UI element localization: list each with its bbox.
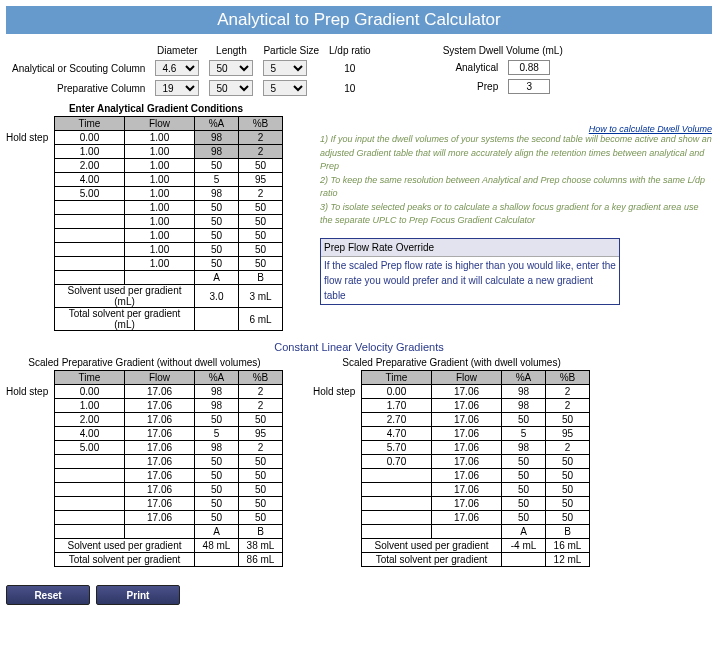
note-2: 2) To keep the same resolution between A… <box>320 174 712 201</box>
column-params-table: Diameter Length Particle Size L/dp ratio… <box>6 42 377 99</box>
table-row: 1.005050 <box>55 257 283 271</box>
table-row: 1.0017.06982 <box>55 399 283 413</box>
table-row: 17.065050 <box>55 497 283 511</box>
table-row: 1.001.00982 <box>55 145 283 159</box>
solvent-label: Solvent used per gradient <box>362 539 502 553</box>
prep-particle-select[interactable]: 5 <box>263 80 307 96</box>
table-row: 1.005050 <box>55 229 283 243</box>
table-row: 5.0017.06982 <box>55 441 283 455</box>
hdr-ldp: L/dp ratio <box>325 44 375 57</box>
col-header: Time <box>362 371 432 385</box>
section-title: Constant Linear Velocity Gradients <box>6 341 712 353</box>
table-row: 1.7017.06982 <box>362 399 590 413</box>
table-row: 2.001.005050 <box>55 159 283 173</box>
table-row: 2.7017.065050 <box>362 413 590 427</box>
dwell-title: System Dwell Volume (mL) <box>439 44 567 57</box>
total-label: Total solvent per gradient (mL) <box>55 308 195 331</box>
ab-a: A <box>502 525 546 539</box>
table-row: 17.065050 <box>362 497 590 511</box>
print-button[interactable]: Print <box>96 585 180 605</box>
table-row: 0.0017.06982 <box>362 385 590 399</box>
col-header: %B <box>546 371 590 385</box>
ab-b: B <box>239 525 283 539</box>
ab-a: A <box>195 271 239 285</box>
table-row: 17.065050 <box>55 455 283 469</box>
table-row: 17.065050 <box>362 483 590 497</box>
col-header: Flow <box>125 371 195 385</box>
conditions-grid: TimeFlow%A%B0.001.009821.001.009822.001.… <box>54 116 283 331</box>
solvent-label: Solvent used per gradient <box>55 539 195 553</box>
dwell-table: System Dwell Volume (mL) Analytical 0.88… <box>437 42 569 97</box>
prep-length-select[interactable]: 50 <box>209 80 253 96</box>
dwell-analytical-label: Analytical <box>439 59 503 76</box>
analytical-diameter-select[interactable]: 4.6 <box>155 60 199 76</box>
table-row: 17.065050 <box>55 469 283 483</box>
ab-b: B <box>546 525 590 539</box>
table-row: 5.001.00982 <box>55 187 283 201</box>
dwell-analytical-input[interactable]: 0.88 <box>508 60 550 75</box>
col-header: %B <box>239 117 283 131</box>
table-row: 1.005050 <box>55 201 283 215</box>
analytical-ldp-value: 10 <box>325 59 375 77</box>
dwell-prep-input[interactable]: 3 <box>508 79 550 94</box>
scaled2-hold-step: Hold step <box>313 370 361 567</box>
table-row: 4.001.00595 <box>55 173 283 187</box>
page-title: Analytical to Prep Gradient Calculator <box>6 6 712 34</box>
override-body: If the scaled Prep flow rate is higher t… <box>321 257 619 304</box>
note-1: 1) If you input the dwell volumes of you… <box>320 133 712 174</box>
analytical-particle-select[interactable]: 5 <box>263 60 307 76</box>
row-prep-label: Preparative Column <box>8 79 149 97</box>
total-label: Total solvent per gradient <box>362 553 502 567</box>
analytical-length-select[interactable]: 50 <box>209 60 253 76</box>
note-3: 3) To isolate selected peaks or to calcu… <box>320 201 712 228</box>
scaled1-hold-step: Hold step <box>6 370 54 567</box>
notes: 1) If you input the dwell volumes of you… <box>320 133 712 305</box>
col-header: %A <box>195 117 239 131</box>
hdr-length: Length <box>205 44 257 57</box>
scaled2-grid: TimeFlow%A%B0.0017.069821.7017.069822.70… <box>361 370 590 567</box>
col-header: %A <box>195 371 239 385</box>
table-row: 1.005050 <box>55 215 283 229</box>
table-row: 5.7017.06982 <box>362 441 590 455</box>
table-row: 17.065050 <box>55 483 283 497</box>
col-header: Time <box>55 371 125 385</box>
col-header: Time <box>55 117 125 131</box>
prep-ldp-value: 10 <box>325 79 375 97</box>
col-header: %A <box>502 371 546 385</box>
table-row: 4.7017.06595 <box>362 427 590 441</box>
col-header: %B <box>239 371 283 385</box>
dwell-prep-label: Prep <box>439 78 503 95</box>
hdr-particle: Particle Size <box>259 44 323 57</box>
override-box: Prep Flow Rate Override If the scaled Pr… <box>320 238 620 305</box>
table-row: 4.0017.06595 <box>55 427 283 441</box>
table-row: 17.065050 <box>55 511 283 525</box>
conditions-title: Enter Analytical Gradient Conditions <box>6 103 306 114</box>
hold-step-label: Hold step <box>6 116 54 331</box>
table-row: 0.7017.065050 <box>362 455 590 469</box>
scaled2-title: Scaled Preparative Gradient (with dwell … <box>313 357 590 368</box>
col-header: Flow <box>125 117 195 131</box>
reset-button[interactable]: Reset <box>6 585 90 605</box>
scaled1-grid: TimeFlow%A%B0.0017.069821.0017.069822.00… <box>54 370 283 567</box>
ab-a: A <box>195 525 239 539</box>
total-label: Total solvent per gradient <box>55 553 195 567</box>
solvent-label: Solvent used per gradient (mL) <box>55 285 195 308</box>
hdr-diameter: Diameter <box>151 44 203 57</box>
table-row: 0.0017.06982 <box>55 385 283 399</box>
row-analytical-label: Analytical or Scouting Column <box>8 59 149 77</box>
table-row: 17.065050 <box>362 469 590 483</box>
table-row: 0.001.00982 <box>55 131 283 145</box>
col-header: Flow <box>432 371 502 385</box>
table-row: 17.065050 <box>362 511 590 525</box>
table-row: 1.005050 <box>55 243 283 257</box>
ab-b: B <box>239 271 283 285</box>
prep-diameter-select[interactable]: 19 <box>155 80 199 96</box>
override-head: Prep Flow Rate Override <box>321 239 619 257</box>
table-row: 2.0017.065050 <box>55 413 283 427</box>
scaled1-title: Scaled Preparative Gradient (without dwe… <box>6 357 283 368</box>
